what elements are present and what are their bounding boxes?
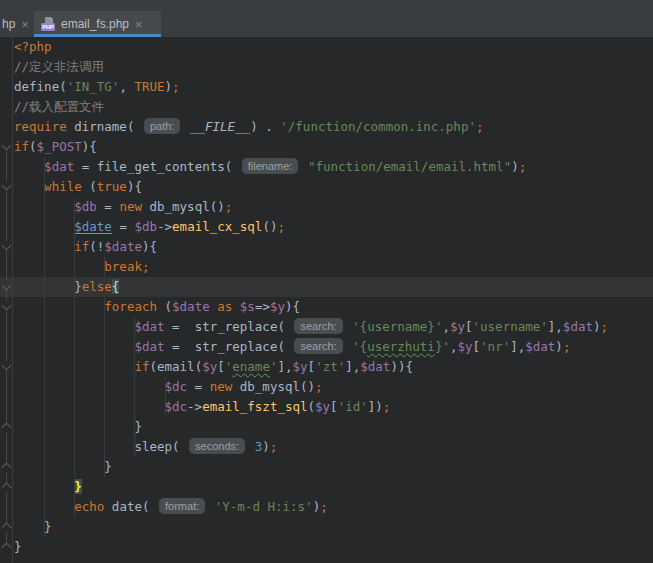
code-token: $y (202, 359, 217, 374)
code-token: $dc (165, 399, 188, 414)
code-token: $dat (360, 359, 390, 374)
code-line: } (0, 417, 653, 437)
code-token: 'username' (473, 319, 548, 334)
code-token: if (14, 139, 29, 154)
code-token: ; (476, 119, 484, 134)
code-token: ) (555, 339, 563, 354)
code-token: $dat (44, 159, 74, 174)
indent-guide (44, 157, 45, 537)
close-icon[interactable]: × (21, 18, 29, 31)
code-token: } (14, 519, 52, 534)
code-token (14, 299, 104, 314)
code-area: <?php//定义非法调用define('IN_TG', TRUE);//载入配… (0, 37, 653, 557)
code-line: } (0, 457, 653, 477)
code-token: $dc (165, 379, 188, 394)
php-file-icon: PHP (40, 16, 56, 32)
code-line: while (true){ (0, 177, 653, 197)
code-line: } (0, 517, 653, 537)
code-token: = (112, 219, 135, 234)
indent-guide (165, 377, 166, 417)
inline-hint-badge: search: (294, 338, 342, 354)
code-token: as (217, 299, 232, 314)
code-token: break; (104, 259, 149, 274)
code-token (14, 159, 44, 174)
code-token: { (112, 279, 120, 294)
code-token: $date (104, 239, 142, 254)
code-token: 'IN_TG' (67, 79, 120, 94)
code-line: echo date( format: 'Y-m-d H:i:s'); (0, 497, 653, 517)
code-token (345, 339, 353, 354)
code-token: = (165, 339, 195, 354)
code-token: [ (465, 319, 473, 334)
code-token (14, 399, 165, 414)
tab-partial-php-file[interactable]: hp × (0, 11, 36, 37)
code-token: email_cx_sql (172, 219, 262, 234)
code-token: db_mysql() (149, 199, 224, 214)
code-token: $y (450, 319, 465, 334)
code-token: ( (308, 399, 316, 414)
code-token: new (119, 199, 149, 214)
code-token: ( (89, 179, 97, 194)
tab-email-fs-php[interactable]: PHP email_fs.php × (34, 11, 161, 37)
code-token: dirname( (74, 119, 142, 134)
inline-hint-badge: seconds: (189, 438, 245, 454)
code-token: //载入配置文件 (14, 99, 104, 114)
code-line: } (0, 477, 653, 497)
code-token: define( (14, 79, 67, 94)
code-line: require dirname( path: __FILE__) . '/fun… (0, 117, 653, 137)
code-token: db_mysql() (240, 379, 315, 394)
code-token: '{username}' (352, 319, 442, 334)
code-token: ; (519, 159, 527, 174)
code-token: ) (165, 79, 173, 94)
gutter-separator (12, 37, 13, 563)
code-editor[interactable]: <?php//定义非法调用define('IN_TG', TRUE);//载入配… (0, 37, 653, 563)
code-token: ( (165, 299, 173, 314)
tab-label: hp (2, 17, 15, 31)
code-line: if($_POST){ (0, 137, 653, 157)
code-line: <?php (0, 37, 653, 57)
code-token: (email( (149, 359, 202, 374)
code-token: require (14, 119, 74, 134)
inline-hint-badge: path: (144, 118, 180, 134)
code-token: $y (293, 359, 308, 374)
code-line: $db = new db_mysql(); (0, 197, 653, 217)
code-line: $date = $db->email_cx_sql(); (0, 217, 653, 237)
code-token: } (74, 479, 82, 494)
code-token: [ (217, 359, 225, 374)
code-token: $db (134, 219, 157, 234)
code-token: [ (308, 359, 316, 374)
code-token (232, 299, 240, 314)
code-token: if (134, 359, 149, 374)
code-token: -> (187, 399, 202, 414)
code-token (14, 179, 44, 194)
code-line: //定义非法调用 (0, 57, 653, 77)
code-token: = (74, 159, 97, 174)
indent-guide (104, 297, 105, 477)
code-token: $y (457, 339, 472, 354)
code-line: define('IN_TG', TRUE); (0, 77, 653, 97)
code-token: foreach (104, 299, 164, 314)
code-token: $dat (563, 319, 593, 334)
code-token: 'id' (338, 399, 368, 414)
code-token: }' (435, 339, 450, 354)
close-icon[interactable]: × (135, 18, 143, 31)
code-token: = (97, 199, 120, 214)
code-token: $dat (134, 319, 164, 334)
code-token: ) (511, 159, 519, 174)
indent-guide (74, 197, 75, 517)
code-token: ename (232, 359, 270, 374)
code-token: 'zt' (315, 359, 345, 374)
code-token: -> (157, 219, 172, 234)
tab-label: email_fs.php (61, 17, 129, 31)
code-token: //定义非法调用 (14, 59, 104, 74)
code-token (207, 499, 215, 514)
code-line: if(email($y['ename'],$y['zt'],$dat)){ (0, 357, 653, 377)
inline-hint-badge: search: (294, 318, 342, 334)
code-token: } (14, 459, 112, 474)
code-line: break; (0, 257, 653, 277)
code-token (14, 259, 104, 274)
code-token: (! (89, 239, 104, 254)
code-line: $dc->email_fszt_sql($y['id']); (0, 397, 653, 417)
code-token: [ (330, 399, 338, 414)
code-token: $_POST (37, 139, 82, 154)
